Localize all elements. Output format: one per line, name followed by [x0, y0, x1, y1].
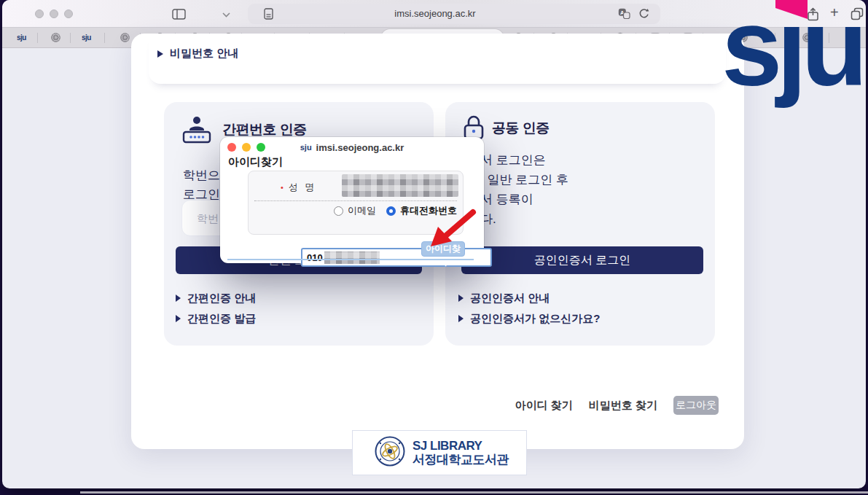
minimize-window-icon[interactable]	[50, 9, 58, 18]
popup-title-text: imsi.seojeong.ac.kr	[316, 142, 404, 153]
cert-missing-link[interactable]: 공인인증서가 없으신가요?	[458, 308, 600, 329]
close-window-icon[interactable]	[35, 9, 44, 18]
cert-auth-links: 공인인증서 안내 공인인증서가 없으신가요?	[458, 288, 600, 329]
find-id-form: •성 명 이메일 휴대전화번호 010	[248, 171, 464, 235]
university-seal-icon	[375, 436, 405, 469]
cert-auth-card: 공동 인증 인증서 로그인은 한 번 일반 로그인 후 인증서 등록이 됩니다.…	[445, 102, 715, 346]
popup-heading: 아이디찾기	[228, 155, 283, 169]
popup-bottom-line	[227, 259, 474, 260]
translate-icon[interactable]: A	[618, 8, 630, 20]
contact-method-radios: 이메일 휴대전화번호	[334, 204, 457, 217]
share-icon[interactable]	[807, 7, 819, 21]
tab-gear-9[interactable]	[802, 33, 812, 42]
find-id-link[interactable]: 아이디 찾기	[515, 399, 573, 413]
cert-login-button[interactable]: 공인인증서 로그인	[461, 246, 703, 274]
tab-overview-icon[interactable]	[851, 7, 864, 20]
popup-title: sju imsi.seojeong.ac.kr	[220, 140, 484, 155]
simple-auth-issue-link[interactable]: 간편인증 발급	[176, 308, 256, 329]
sju-favicon: sju	[300, 143, 312, 152]
tab-gear-2[interactable]	[120, 33, 130, 42]
tab-gear-1[interactable]	[51, 33, 60, 42]
phone-radio-label[interactable]: 휴대전화번호	[400, 204, 457, 217]
reload-icon[interactable]	[638, 8, 649, 20]
password-info-link[interactable]: 비밀번호 안내	[157, 47, 238, 61]
tab-sju-1[interactable]: sju	[17, 34, 26, 42]
cert-auth-title: 공동 인증	[492, 119, 550, 138]
zoom-window-icon[interactable]	[64, 9, 73, 18]
required-mark: •	[281, 183, 286, 192]
email-radio-label[interactable]: 이메일	[348, 204, 376, 217]
window-traffic-lights[interactable]	[35, 9, 73, 18]
logout-button[interactable]: 로그아웃	[673, 396, 719, 415]
background-strip	[80, 491, 868, 494]
address-bar[interactable]: imsi.seojeong.ac.kr A	[248, 4, 660, 24]
tab-sju-2[interactable]: sju	[82, 34, 91, 42]
library-name: SJ LIBRARY 서정대학교도서관	[413, 439, 509, 467]
account-actions-row: 아이디 찾기 비밀번호 찾기 로그아웃	[515, 396, 719, 415]
name-value-blurred	[342, 174, 458, 197]
find-password-link[interactable]: 비밀번호 찾기	[589, 399, 657, 413]
page-content: 비밀번호 안내 간편번호 인증	[2, 48, 866, 488]
sidebar-icon[interactable]	[172, 9, 186, 20]
find-id-submit-button[interactable]: 아이디찾기	[421, 241, 465, 257]
email-radio[interactable]	[334, 206, 343, 216]
new-tab-icon[interactable]: +	[830, 4, 839, 21]
divider	[254, 200, 457, 201]
phone-radio[interactable]	[386, 206, 396, 216]
password-info-section: 비밀번호 안내	[149, 34, 726, 84]
phone-number-blurred	[324, 252, 380, 264]
keypad-person-icon	[181, 115, 212, 144]
password-info-label: 비밀번호 안내	[170, 47, 238, 61]
triangle-bullet-icon	[157, 50, 163, 58]
find-id-popup: sju imsi.seojeong.ac.kr 아이디찾기 •성 명 이메일 휴…	[220, 137, 484, 263]
name-label: •성 명	[281, 181, 316, 194]
browser-toolbar: imsi.seojeong.ac.kr A +	[2, 0, 866, 28]
url-text: imsi.seojeong.ac.kr	[248, 4, 622, 24]
cert-guide-link[interactable]: 공인인증서 안내	[458, 288, 600, 308]
chevron-down-icon[interactable]	[222, 12, 230, 17]
simple-auth-links: 간편인증 안내 간편인증 발급	[176, 288, 256, 329]
phone-prefix: 010	[307, 252, 323, 263]
library-logo-box: SJ LIBRARY 서정대학교도서관	[352, 430, 527, 475]
simple-auth-guide-link[interactable]: 간편인증 안내	[176, 288, 256, 308]
